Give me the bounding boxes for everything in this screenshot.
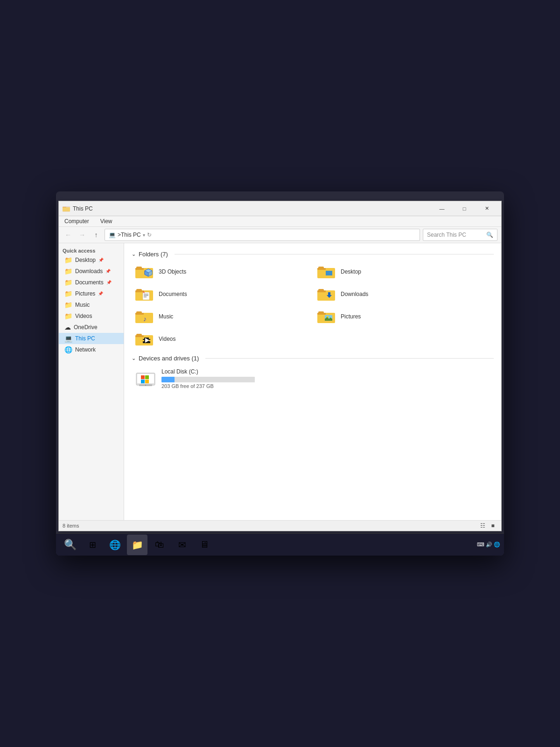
up-button[interactable]: ↑ — [91, 229, 102, 240]
folder-small-icon: 📁 — [64, 256, 72, 264]
drive-c-info: Local Disk (C:) 203 GB free of 237 GB — [161, 368, 490, 389]
folder-downloads-name: Downloads — [341, 291, 368, 297]
sidebar-item-downloads[interactable]: 📁 Downloads 📌 — [59, 266, 124, 277]
sidebar-item-thispc[interactable]: 💻 This PC — [59, 333, 124, 344]
sidebar-item-onedrive[interactable]: ☁ OneDrive — [59, 322, 124, 333]
svg-rect-49 — [141, 380, 145, 383]
maximize-button[interactable]: □ — [454, 201, 475, 216]
svg-rect-11 — [318, 267, 324, 269]
taskbar-tray: ⌨ 🔊 🌐 — [477, 542, 500, 548]
details-view-button[interactable]: ☷ — [478, 521, 487, 530]
address-dropdown-icon[interactable]: ▾ — [143, 233, 145, 238]
minimize-button[interactable]: — — [431, 201, 453, 216]
svg-rect-42 — [149, 338, 150, 339]
search-box[interactable]: Search This PC 🔍 — [423, 229, 497, 241]
title-bar: This PC — □ ✕ — [59, 201, 501, 216]
svg-rect-41 — [143, 340, 144, 341]
pin-icon: 📌 — [98, 258, 104, 262]
drive-c-space: 203 GB free of 237 GB — [161, 383, 490, 389]
close-button[interactable]: ✕ — [476, 201, 497, 216]
folder-music-icon: ♪ — [135, 309, 154, 324]
sidebar-item-music[interactable]: 📁 Music — [59, 299, 124, 310]
window-title: This PC — [73, 205, 431, 212]
svg-rect-48 — [145, 375, 149, 379]
svg-rect-38 — [136, 334, 142, 337]
network-icon: 🌐 — [64, 346, 72, 353]
back-button[interactable]: ← — [63, 229, 74, 240]
menu-view[interactable]: View — [98, 217, 114, 226]
menu-bar: Computer View — [59, 216, 501, 227]
taskbar-time: ⌨ 🔊 🌐 — [477, 542, 500, 548]
svg-rect-40 — [143, 338, 144, 339]
folder-documents[interactable]: A Documents — [132, 284, 312, 304]
folders-title: Folders (7) — [139, 251, 168, 258]
taskbar: 🔍 ⊞ 🌐 📁 🛍 ✉ 🖥 ⌨ 🔊 🌐 — [56, 533, 504, 556]
svg-rect-23 — [318, 289, 324, 292]
onedrive-icon: ☁ — [64, 324, 71, 331]
drive-c[interactable]: Local Disk (C:) 203 GB free of 237 GB — [132, 366, 494, 392]
view-buttons: ☷ ■ — [478, 521, 497, 530]
taskbar-search[interactable]: 🔍 — [60, 535, 80, 555]
drives-section-header: ⌄ Devices and drives (1) — [132, 355, 494, 362]
folder-videos-name: Videos — [159, 336, 175, 342]
folders-grid: 3D Objects De — [132, 261, 494, 349]
explorer-window: This PC — □ ✕ Computer View ← → ↑ 💻 > Th… — [58, 201, 502, 531]
sidebar-item-desktop[interactable]: 📁 Desktop 📌 — [59, 254, 124, 266]
taskbar-explorer[interactable]: 📁 — [127, 535, 147, 555]
sidebar-item-network[interactable]: 🌐 Network — [59, 344, 124, 355]
folder-3dobjects[interactable]: 3D Objects — [132, 261, 312, 282]
folder-videos-icon — [135, 331, 154, 346]
folder-desktop[interactable]: Desktop — [314, 261, 494, 282]
taskbar-extra[interactable]: 🖥 — [194, 535, 215, 555]
sidebar-item-pictures[interactable]: 📁 Pictures 📌 — [59, 288, 124, 299]
folders-section-header: ⌄ Folders (7) — [132, 251, 494, 258]
tiles-view-button[interactable]: ■ — [488, 521, 497, 530]
folders-divider — [175, 254, 494, 254]
drives-chevron[interactable]: ⌄ — [132, 355, 136, 361]
pin-icon: 📌 — [105, 269, 111, 274]
main-layout: Quick access 📁 Desktop 📌 📁 Downloads 📌 📁… — [59, 243, 501, 520]
forward-button[interactable]: → — [77, 229, 88, 240]
taskbar-store[interactable]: 🛍 — [149, 535, 170, 555]
folder-pictures-name: Pictures — [341, 313, 361, 320]
refresh-icon[interactable]: ↻ — [147, 232, 152, 238]
svg-rect-27 — [136, 311, 142, 314]
sidebar-item-videos[interactable]: 📁 Videos — [59, 310, 124, 322]
status-bar: 8 items ☷ ■ — [59, 520, 501, 531]
taskbar-task-view[interactable]: ⊞ — [82, 535, 103, 555]
folder-desktop-icon — [317, 264, 336, 279]
sidebar-item-documents[interactable]: 📁 Documents 📌 — [59, 277, 124, 288]
folder-small-icon: 📁 — [64, 301, 72, 309]
svg-rect-12 — [326, 271, 332, 275]
folder-3dobjects-name: 3D Objects — [159, 268, 186, 275]
svg-rect-43 — [149, 340, 150, 341]
svg-rect-2 — [63, 207, 70, 211]
svg-rect-15 — [136, 289, 142, 292]
address-bar: ← → ↑ 💻 > This PC ▾ ↻ Search This PC 🔍 — [59, 227, 501, 243]
address-path-text: This PC — [121, 232, 141, 238]
folder-desktop-name: Desktop — [341, 268, 361, 275]
svg-text:A: A — [143, 291, 145, 294]
folder-documents-icon: A — [135, 287, 154, 302]
window-controls: — □ ✕ — [431, 201, 497, 216]
folder-downloads[interactable]: Downloads — [314, 284, 494, 304]
folder-music-name: Music — [159, 313, 173, 320]
folder-icon — [63, 205, 70, 212]
folder-music[interactable]: ♪ Music — [132, 306, 312, 327]
items-count: 8 items — [63, 523, 79, 529]
folder-videos[interactable]: Videos — [132, 329, 312, 349]
folder-small-icon: 📁 — [64, 312, 72, 320]
drive-c-icon — [135, 369, 156, 388]
taskbar-edge[interactable]: 🌐 — [105, 535, 125, 555]
address-input[interactable]: 💻 > This PC ▾ ↻ — [105, 229, 420, 241]
folder-pictures[interactable]: Pictures — [314, 306, 494, 327]
svg-text:♪: ♪ — [143, 315, 147, 323]
menu-computer[interactable]: Computer — [63, 217, 91, 226]
svg-rect-5 — [136, 267, 142, 269]
folders-chevron[interactable]: ⌄ — [132, 251, 136, 257]
drive-c-bar-fill — [161, 377, 175, 382]
taskbar-mail[interactable]: ✉ — [172, 535, 192, 555]
drives-title: Devices and drives (1) — [139, 355, 199, 362]
drive-c-bar-bg — [161, 377, 255, 382]
folder-pictures-icon — [317, 309, 336, 324]
